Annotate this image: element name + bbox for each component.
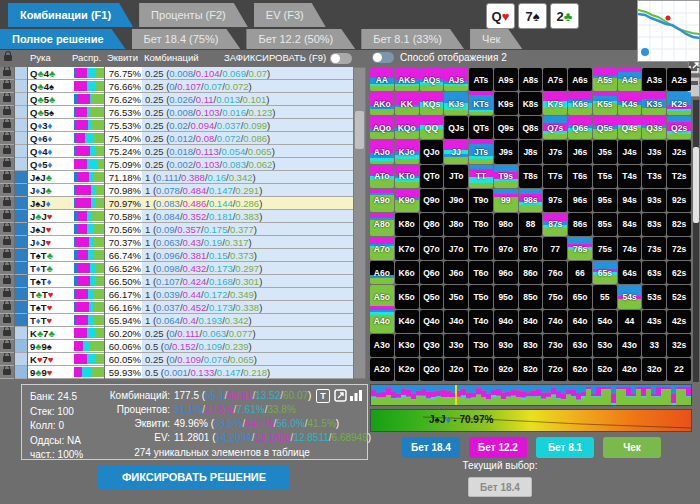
matrix-cell-A7s[interactable]: A7s — [543, 68, 567, 91]
view-tab[interactable]: Комбинации (F1) — [8, 3, 133, 27]
table-row[interactable]: Q♦6♦75.40%0.25 (0.012/0.08/0.072/0.086) — [0, 132, 353, 145]
matrix-cell-73o[interactable]: 73o — [543, 334, 567, 357]
matrix-cell-J4s[interactable]: J4s — [618, 140, 642, 163]
matrix-cell-A2s[interactable]: A2s — [667, 68, 691, 91]
matrix-cell-88[interactable]: 88 — [519, 213, 543, 236]
matrix-cell-93s[interactable]: 93s — [642, 189, 666, 212]
matrix-cell-53s[interactable]: 53s — [642, 285, 666, 308]
matrix-cell-54o[interactable]: 54o — [593, 310, 617, 333]
matrix-cell-A5o[interactable]: A5o — [370, 285, 394, 308]
matrix-cell-62s[interactable]: 62s — [667, 261, 691, 284]
lock-icon[interactable] — [0, 262, 14, 275]
matrix-cell-Q3s[interactable]: Q3s — [642, 116, 666, 139]
lock-icon[interactable] — [0, 210, 14, 223]
view-tab[interactable]: EV (F3) — [254, 3, 326, 27]
action-tab[interactable]: Полное решение — [0, 29, 126, 49]
bar-chart-icon[interactable] — [350, 389, 362, 403]
matrix-cell-AJo[interactable]: AJo — [370, 140, 394, 163]
matrix-cell-42s[interactable]: 42s — [667, 310, 691, 333]
matrix-cell-85o[interactable]: 85o — [519, 285, 543, 308]
matrix-cell-54s[interactable]: 54s — [618, 285, 642, 308]
matrix-cell-64o[interactable]: 64o — [568, 310, 592, 333]
action-button[interactable]: Бет 12.2 — [469, 437, 527, 458]
matrix-cell-Q7s[interactable]: Q7s — [543, 116, 567, 139]
lock-icon[interactable] — [0, 158, 14, 171]
matrix-cell-T3o[interactable]: T3o — [469, 334, 493, 357]
matrix-cell-K3s[interactable]: K3s — [642, 92, 666, 115]
matrix-cell-33[interactable]: 33 — [642, 334, 666, 357]
matrix-cell-K7o[interactable]: K7o — [395, 237, 419, 260]
matrix-cell-A6o[interactable]: A6o — [370, 261, 394, 284]
matrix-scrollbar-thumb[interactable] — [693, 147, 699, 223]
lock-icon[interactable] — [0, 171, 14, 184]
matrix-cell-J8o[interactable]: J8o — [444, 213, 468, 236]
table-row[interactable]: 9♣9♠60.06%0.5 (0/0.152/0.109/0.239) — [0, 340, 353, 353]
table-scrollbar-thumb[interactable] — [355, 111, 364, 149]
matrix-cell-74o[interactable]: 74o — [543, 310, 567, 333]
matrix-cell-J6s[interactable]: J6s — [568, 140, 592, 163]
matrix-cell-K7s[interactable]: K7s — [543, 92, 567, 115]
matrix-cell-AQs[interactable]: AQs — [420, 68, 444, 91]
table-row[interactable]: 9♣9♥59.93%0.5 (0.001/0.133/0.147/0.218) — [0, 366, 353, 379]
table-row[interactable]: T♠T♣66.74%1 (0.096/0.381/0.15/0.373) — [0, 249, 353, 262]
matrix-cell-AKs[interactable]: AKs — [395, 68, 419, 91]
matrix-cell-66[interactable]: 66 — [568, 261, 592, 284]
matrix-cell-T3s[interactable]: T3s — [642, 165, 666, 188]
lock-icon[interactable] — [0, 327, 14, 340]
matrix-cell-AA[interactable]: AA — [370, 68, 394, 91]
lock-icon[interactable] — [0, 145, 14, 158]
matrix-cell-A4o[interactable]: A4o — [370, 310, 394, 333]
table-row[interactable]: J♣J♥70.58%1 (0.084/0.352/0.181/0.383) — [0, 210, 353, 223]
table-row[interactable]: K♣7♣60.20%0.25 (0/0.111/0.063/0.077) — [0, 327, 353, 340]
matrix-cell-K8s[interactable]: K8s — [519, 92, 543, 115]
matrix-cell-92o[interactable]: 92o — [494, 358, 518, 381]
matrix-cell-KJo[interactable]: KJo — [395, 140, 419, 163]
matrix-cell-Q7o[interactable]: Q7o — [420, 237, 444, 260]
matrix-cell-T6o[interactable]: T6o — [469, 261, 493, 284]
matrix-cell-QTo[interactable]: QTo — [420, 165, 444, 188]
lock-icon[interactable] — [0, 223, 14, 236]
matrix-cell-44[interactable]: 44 — [618, 310, 642, 333]
matrix-cell-ATo[interactable]: ATo — [370, 165, 394, 188]
lock-icon[interactable] — [0, 314, 14, 327]
matrix-cell-63s[interactable]: 63s — [642, 261, 666, 284]
matrix-cell-K6s[interactable]: K6s — [568, 92, 592, 115]
matrix-cell-32o[interactable]: 32o — [642, 358, 666, 381]
matrix-cell-A6s[interactable]: A6s — [568, 68, 592, 91]
matrix-cell-A9s[interactable]: A9s — [494, 68, 518, 91]
matrix-cell-KTs[interactable]: KTs — [469, 92, 493, 115]
matrix-cell-J8s[interactable]: J8s — [519, 140, 543, 163]
lock-icon[interactable] — [0, 67, 14, 80]
lock-icon[interactable] — [0, 132, 14, 145]
matrix-cell-Q5o[interactable]: Q5o — [420, 285, 444, 308]
matrix-cell-JTs[interactable]: JTs — [469, 140, 493, 163]
matrix-cell-K5o[interactable]: K5o — [395, 285, 419, 308]
matrix-cell-T7o[interactable]: T7o — [469, 237, 493, 260]
board-card[interactable]: Q♥ — [486, 3, 515, 29]
matrix-cell-83s[interactable]: 83s — [642, 213, 666, 236]
table-row[interactable]: T♦T♥65.94%1 (0.064/0.4/0.193/0.342) — [0, 314, 353, 327]
matrix-cell-QJs[interactable]: QJs — [444, 116, 468, 139]
matrix-cell-Q5s[interactable]: Q5s — [593, 116, 617, 139]
matrix-cell-Q2o[interactable]: Q2o — [420, 358, 444, 381]
lock-icon[interactable] — [0, 106, 14, 119]
matrix-cell-65s[interactable]: 65s — [593, 261, 617, 284]
matrix-cell-T2o[interactable]: T2o — [469, 358, 493, 381]
action-button[interactable]: Чек — [603, 437, 661, 458]
table-row[interactable]: Q♣5♣76.62%0.25 (0.026/0.11/0.013/0.101) — [0, 93, 353, 106]
lock-icon[interactable] — [0, 119, 14, 132]
matrix-cell-K2o[interactable]: K2o — [395, 358, 419, 381]
matrix-cell-K9s[interactable]: K9s — [494, 92, 518, 115]
matrix-cell-J3o[interactable]: J3o — [444, 334, 468, 357]
matrix-cell-A4s[interactable]: A4s — [618, 68, 642, 91]
matrix-cell-55[interactable]: 55 — [593, 285, 617, 308]
fix-solution-button[interactable]: ФИКСИРОВАТЬ РЕШЕНИЕ — [98, 466, 290, 489]
matrix-cell-84o[interactable]: 84o — [519, 310, 543, 333]
view-tab[interactable]: Проценты (F2) — [139, 3, 248, 27]
matrix-cell-86o[interactable]: 86o — [519, 261, 543, 284]
matrix-cell-AJs[interactable]: AJs — [444, 68, 468, 91]
matrix-cell-75o[interactable]: 75o — [543, 285, 567, 308]
matrix-cell-J7o[interactable]: J7o — [444, 237, 468, 260]
matrix-cell-T9s[interactable]: T9s — [494, 165, 518, 188]
matrix-cell-77[interactable]: 77 — [543, 237, 567, 260]
